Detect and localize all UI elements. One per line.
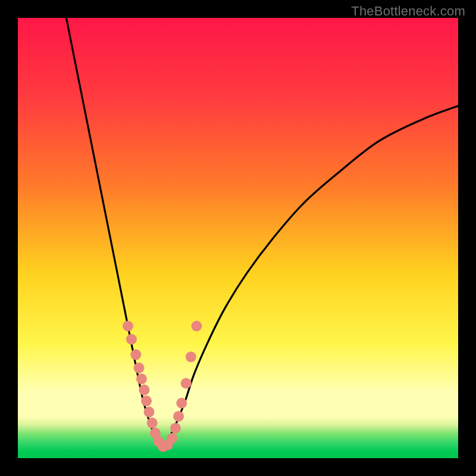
- data-marker: [134, 362, 145, 373]
- data-marker: [176, 398, 187, 409]
- data-marker: [186, 352, 196, 362]
- data-marker: [173, 411, 184, 422]
- data-marker: [181, 378, 192, 389]
- data-marker: [136, 374, 147, 384]
- data-marker: [191, 321, 202, 331]
- gradient-background: [18, 18, 458, 458]
- data-marker: [141, 396, 152, 406]
- data-marker: [144, 406, 155, 417]
- data-marker: [130, 349, 141, 360]
- data-marker: [139, 384, 149, 395]
- data-marker: [167, 433, 177, 444]
- chart-frame: TheBottleneck.com: [0, 0, 476, 476]
- gradient-v-chart: [18, 18, 458, 458]
- watermark-text: TheBottleneck.com: [351, 4, 465, 19]
- plot-area: [18, 18, 458, 458]
- data-marker: [147, 418, 158, 428]
- data-marker: [123, 321, 133, 331]
- data-marker: [126, 334, 137, 345]
- data-marker: [170, 423, 181, 434]
